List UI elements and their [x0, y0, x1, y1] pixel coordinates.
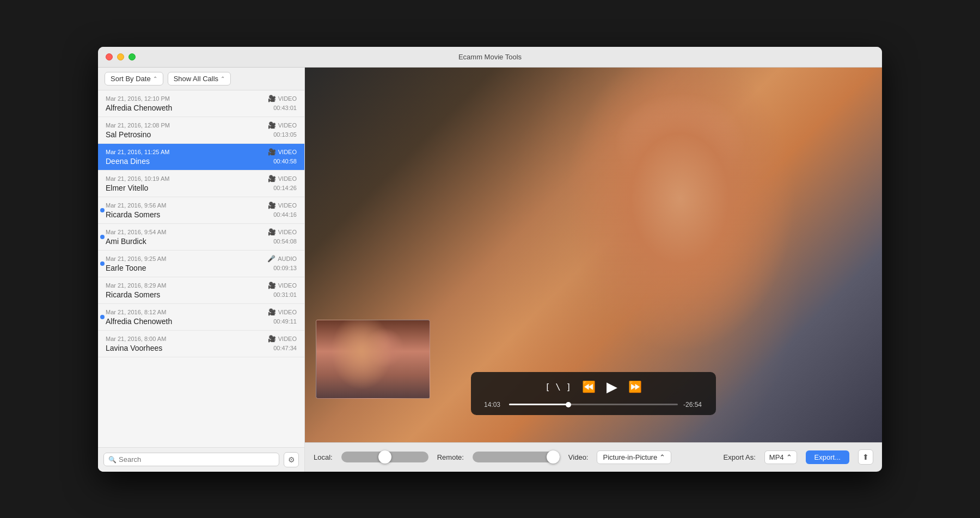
- video-label: Video:: [568, 453, 589, 461]
- video-mode-label: Picture-in-Picture: [603, 453, 657, 461]
- call-item[interactable]: Mar 21, 2016, 9:54 AM 🎥 VIDEO Ami Burdic…: [98, 224, 304, 251]
- call-header: Mar 21, 2016, 9:54 AM 🎥 VIDEO: [106, 228, 297, 236]
- call-type-label: VIDEO: [278, 309, 297, 315]
- call-type: 🎥 VIDEO: [268, 121, 297, 129]
- call-header: Mar 21, 2016, 9:25 AM 🎤 AUDIO: [106, 255, 297, 263]
- video-mode-dropdown[interactable]: Picture-in-Picture ⌃: [597, 450, 671, 464]
- call-duration: 00:40:58: [273, 158, 297, 164]
- call-type-icon: 🎥: [268, 202, 276, 209]
- call-item[interactable]: Mar 21, 2016, 9:25 AM 🎤 AUDIO Earle Toon…: [98, 251, 304, 277]
- call-name: Ami Burdick: [106, 237, 146, 246]
- rewind-button[interactable]: ⏪: [582, 380, 596, 393]
- remote-slider[interactable]: [473, 452, 560, 462]
- call-item[interactable]: Mar 21, 2016, 9:56 AM 🎥 VIDEO Ricarda So…: [98, 197, 304, 224]
- call-item[interactable]: Mar 21, 2016, 8:29 AM 🎥 VIDEO Ricarda So…: [98, 277, 304, 304]
- call-type-label: VIDEO: [278, 175, 297, 182]
- sidebar-bottom: 🔍 ⚙: [98, 447, 304, 472]
- call-date: Mar 21, 2016, 8:12 AM: [106, 309, 166, 315]
- export-format-dropdown[interactable]: MP4 ⌃: [764, 450, 797, 464]
- app-window: Ecamm Movie Tools Sort By Date ⌃ Show Al…: [98, 47, 882, 472]
- call-header: Mar 21, 2016, 11:25 AM 🎥 VIDEO: [106, 148, 297, 156]
- fast-forward-button[interactable]: ⏩: [628, 380, 642, 393]
- call-type: 🎤 AUDIO: [267, 255, 297, 263]
- call-footer: Alfredia Chenoweth 00:43:01: [106, 103, 297, 112]
- settings-button[interactable]: ⚙: [284, 452, 299, 467]
- call-header: Mar 21, 2016, 12:08 PM 🎥 VIDEO: [106, 121, 297, 129]
- call-duration: 00:13:05: [273, 131, 297, 138]
- call-duration: 00:49:11: [273, 318, 297, 325]
- share-button[interactable]: ⬆: [858, 449, 873, 465]
- show-all-calls-button[interactable]: Show All Calls ⌃: [168, 72, 231, 86]
- call-date: Mar 21, 2016, 9:54 AM: [106, 229, 166, 235]
- call-item[interactable]: Mar 21, 2016, 8:00 AM 🎥 VIDEO Lavina Voo…: [98, 331, 304, 357]
- call-date: Mar 21, 2016, 12:10 PM: [106, 95, 170, 102]
- sort-chevron-icon: ⌃: [153, 76, 157, 82]
- local-label: Local:: [314, 453, 333, 461]
- call-type-icon: 🎥: [268, 95, 276, 102]
- call-type-icon: 🎥: [268, 121, 276, 129]
- call-footer: Deena Dines 00:40:58: [106, 157, 297, 166]
- call-name: Earle Toone: [106, 264, 146, 272]
- progress-bar[interactable]: [509, 404, 678, 405]
- call-duration: 00:47:34: [273, 345, 297, 351]
- call-type-icon: 🎤: [267, 255, 275, 263]
- call-duration: 00:44:16: [273, 211, 297, 218]
- unread-dot: [100, 235, 105, 239]
- export-button[interactable]: Export...: [806, 450, 849, 464]
- call-header: Mar 21, 2016, 12:10 PM 🎥 VIDEO: [106, 95, 297, 102]
- call-type: 🎥 VIDEO: [268, 95, 297, 102]
- call-item[interactable]: Mar 21, 2016, 11:25 AM 🎥 VIDEO Deena Din…: [98, 144, 304, 170]
- call-type: 🎥 VIDEO: [268, 282, 297, 289]
- search-input[interactable]: [119, 455, 274, 464]
- call-footer: Earle Toone 00:09:13: [106, 264, 297, 272]
- call-type: 🎥 VIDEO: [268, 148, 297, 156]
- call-item[interactable]: Mar 21, 2016, 12:08 PM 🎥 VIDEO Sal Petro…: [98, 117, 304, 144]
- call-header: Mar 21, 2016, 8:00 AM 🎥 VIDEO: [106, 335, 297, 343]
- search-icon: 🔍: [108, 456, 117, 464]
- call-item[interactable]: Mar 21, 2016, 8:12 AM 🎥 VIDEO Alfredia C…: [98, 304, 304, 331]
- remote-slider-thumb[interactable]: [547, 450, 560, 464]
- call-type-icon: 🎥: [268, 335, 276, 343]
- main-content: Sort By Date ⌃ Show All Calls ⌃ Mar 21, …: [98, 68, 882, 472]
- call-type: 🎥 VIDEO: [268, 228, 297, 236]
- play-button[interactable]: ▶: [607, 379, 617, 395]
- call-item[interactable]: Mar 21, 2016, 12:10 PM 🎥 VIDEO Alfredia …: [98, 90, 304, 117]
- maximize-button[interactable]: [128, 53, 136, 60]
- call-name: Ricarda Somers: [106, 210, 160, 219]
- local-slider[interactable]: [341, 452, 428, 462]
- current-time: 14:03: [484, 401, 504, 409]
- call-footer: Ricarda Somers 00:31:01: [106, 290, 297, 299]
- progress-thumb[interactable]: [566, 402, 571, 407]
- call-type-label: VIDEO: [278, 149, 297, 155]
- local-slider-thumb[interactable]: [378, 450, 391, 464]
- minimize-button[interactable]: [117, 53, 124, 60]
- video-main: [ \ ] ⏪ ▶ ⏩ 14:03 -26:54: [305, 68, 882, 442]
- show-chevron-icon: ⌃: [220, 76, 225, 82]
- call-duration: 00:09:13: [273, 265, 297, 271]
- call-date: Mar 21, 2016, 8:29 AM: [106, 282, 166, 289]
- call-type-icon: 🎥: [268, 308, 276, 316]
- call-name: Ricarda Somers: [106, 290, 160, 299]
- call-date: Mar 21, 2016, 12:08 PM: [106, 122, 170, 129]
- call-duration: 00:31:01: [273, 291, 297, 298]
- call-type-icon: 🎥: [268, 148, 276, 156]
- call-duration: 00:54:08: [273, 238, 297, 245]
- call-type-label: VIDEO: [278, 229, 297, 235]
- call-type-label: VIDEO: [278, 282, 297, 289]
- close-button[interactable]: [106, 53, 113, 60]
- sort-by-date-button[interactable]: Sort By Date ⌃: [105, 72, 163, 86]
- in-point-icon[interactable]: [ \ ]: [545, 382, 571, 392]
- call-type-label: VIDEO: [278, 95, 297, 102]
- sidebar: Sort By Date ⌃ Show All Calls ⌃ Mar 21, …: [98, 68, 305, 472]
- call-footer: Elmer Vitello 00:14:26: [106, 184, 297, 192]
- call-item[interactable]: Mar 21, 2016, 10:19 AM 🎥 VIDEO Elmer Vit…: [98, 170, 304, 197]
- bottom-bar: Local: Remote: Video: Picture-in-Picture…: [305, 442, 882, 472]
- call-type-label: VIDEO: [278, 122, 297, 129]
- call-footer: Ami Burdick 00:54:08: [106, 237, 297, 246]
- call-date: Mar 21, 2016, 11:25 AM: [106, 149, 169, 155]
- progress-fill: [509, 404, 568, 405]
- call-type-label: VIDEO: [278, 202, 297, 209]
- call-type: 🎥 VIDEO: [268, 308, 297, 316]
- call-footer: Alfredia Chenoweth 00:49:11: [106, 317, 297, 326]
- call-date: Mar 21, 2016, 10:19 AM: [106, 175, 169, 182]
